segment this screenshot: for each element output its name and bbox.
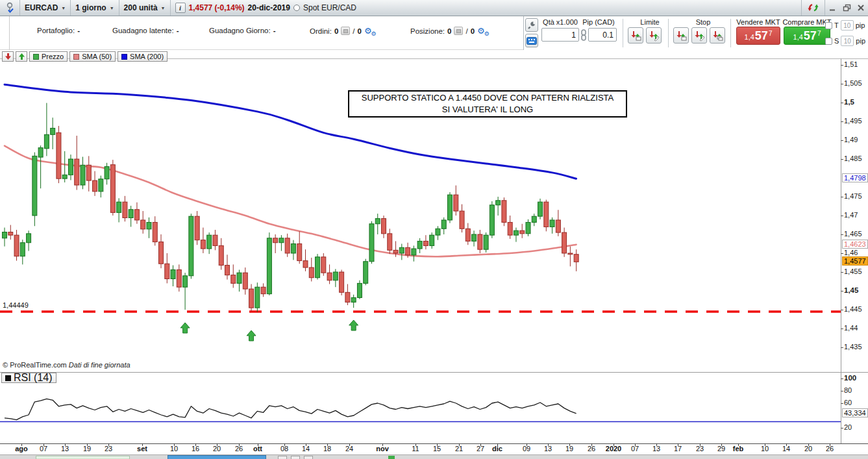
candle-body xyxy=(472,234,477,241)
price-tick-label: 1,435 xyxy=(844,343,862,351)
strip-icon[interactable] xyxy=(291,456,300,459)
trailing-checkbox[interactable] xyxy=(825,22,832,29)
position-slash: / xyxy=(465,27,467,35)
timeframe-dropdown[interactable]: 1 giorno ▼ xyxy=(71,0,119,16)
legend-price[interactable]: Prezzo xyxy=(29,51,68,62)
annotation-line1: SUPPORTO STATICO A 1.4450 DOVE CON PATTE… xyxy=(362,92,614,104)
candle-body xyxy=(183,276,188,287)
legend-sma50[interactable]: SMA (50) xyxy=(69,51,116,62)
units-dropdown[interactable]: 200 unità ▼ xyxy=(119,0,171,16)
time-tick-label: nov xyxy=(376,445,389,453)
latent-gain-label: Guadagno latente: xyxy=(112,27,174,34)
add-tab-icon[interactable] xyxy=(388,456,395,459)
order-settings-button[interactable] xyxy=(525,18,538,32)
stop-order-button-3[interactable] xyxy=(710,27,725,43)
symbol-dropdown[interactable]: EURCAD ▼ xyxy=(20,0,71,16)
orders-list-button[interactable] xyxy=(341,27,350,35)
stop-order-icon xyxy=(675,30,687,42)
candle-body xyxy=(249,289,254,308)
candle-body xyxy=(153,222,157,242)
price-tick-label: 1,505 xyxy=(844,79,862,87)
buy-price-small: 1,4 xyxy=(793,33,803,41)
candle-body xyxy=(189,216,193,276)
pin-button[interactable] xyxy=(0,0,20,16)
trailing-stop-row: T 10 pip xyxy=(825,20,865,31)
refresh-button[interactable] xyxy=(801,0,825,16)
time-tick-label: 10 xyxy=(761,445,769,453)
sell-price-small: 1,4 xyxy=(745,33,754,41)
stoploss-letter: S xyxy=(834,37,839,45)
stoploss-checkbox[interactable] xyxy=(825,38,832,45)
trailing-pips-input[interactable]: 10 xyxy=(841,20,854,31)
candle-body xyxy=(32,156,37,216)
time-tick-label: 26 xyxy=(588,445,595,453)
candle-body xyxy=(478,234,482,249)
pip-input[interactable]: 0.1 xyxy=(588,28,617,42)
sell-limit-order-button[interactable] xyxy=(646,27,662,43)
workspace-tab[interactable] xyxy=(36,456,130,459)
candle-body xyxy=(574,254,578,262)
rsi-tick-label: 60 xyxy=(844,399,852,406)
candle-body xyxy=(171,270,175,279)
keyboard-icon xyxy=(527,37,537,45)
sell-shortcut-button[interactable] xyxy=(2,51,14,62)
minimize-icon xyxy=(828,4,836,12)
orders-count: 0 xyxy=(334,27,338,35)
strip-icon[interactable] xyxy=(304,456,313,459)
candle-body xyxy=(267,238,271,294)
day-gain-field: Guadagno Giorno: - xyxy=(209,27,275,34)
buy-limit-order-button[interactable] xyxy=(628,27,643,43)
time-axis: ago07131923set10162026ott08141824nov1115… xyxy=(0,444,868,454)
chart-legend: Prezzo SMA (50) SMA (200) xyxy=(2,51,167,62)
stop-order-edit-icon xyxy=(693,30,705,42)
candle-body xyxy=(134,210,139,220)
pane-divider xyxy=(9,16,10,50)
rsi-line xyxy=(5,399,577,419)
orders-settings-gear-icon[interactable]: ⚙⚙ xyxy=(364,27,372,35)
candle-body xyxy=(526,222,530,233)
candle-body xyxy=(441,220,446,229)
candle-body xyxy=(123,202,127,217)
candle-body xyxy=(291,244,295,254)
stop-order-button-1[interactable] xyxy=(673,27,689,43)
candle-body xyxy=(207,235,212,249)
time-tick-label: 15 xyxy=(433,445,441,453)
time-tick-label: ago xyxy=(15,445,28,453)
buy-market-button[interactable]: 1,4577 xyxy=(784,27,830,45)
bottom-tab-strip xyxy=(0,454,868,459)
legend-sma200[interactable]: SMA (200) xyxy=(118,51,167,62)
orders-count2: 0 xyxy=(357,27,361,35)
candle-body xyxy=(237,273,242,283)
stoploss-pips-input[interactable]: 10 xyxy=(841,36,854,46)
restore-icon xyxy=(843,4,851,12)
qty-input[interactable]: 1 xyxy=(541,28,579,42)
candle-body xyxy=(351,297,356,302)
sell-mkt-label: Vendere MKT xyxy=(736,18,781,26)
buy-shortcut-button[interactable] xyxy=(16,51,27,62)
candles xyxy=(3,103,579,312)
keyboard-order-button[interactable] xyxy=(525,34,538,47)
candle-body xyxy=(490,205,494,235)
minimize-button[interactable] xyxy=(825,0,839,16)
restore-button[interactable] xyxy=(839,0,854,16)
orders-slash: / xyxy=(353,27,354,35)
sell-price-sup: 7 xyxy=(769,30,773,37)
info-button[interactable]: i xyxy=(175,3,186,13)
strip-icon[interactable] xyxy=(278,456,287,459)
candle-body xyxy=(279,238,284,243)
candle-body xyxy=(62,175,67,179)
candle-body xyxy=(110,165,115,213)
trailing-unit: pip xyxy=(856,21,865,29)
sell-market-button[interactable]: 1,4577 xyxy=(736,27,780,45)
rsi-legend[interactable]: RSI (14) xyxy=(1,373,56,383)
feed-radio[interactable] xyxy=(293,5,300,11)
active-workspace-tab[interactable] xyxy=(167,455,266,459)
rsi-tick-label: 100 xyxy=(844,374,856,382)
stop-order-button-2[interactable] xyxy=(691,27,707,43)
timeframe-label: 1 giorno xyxy=(75,3,106,12)
position-list-button[interactable] xyxy=(454,27,463,35)
price-tick-label: 1,46 xyxy=(844,249,858,256)
pin-icon xyxy=(5,2,15,14)
position-settings-gear-icon[interactable]: ⚙⚙ xyxy=(477,27,485,35)
close-button[interactable] xyxy=(854,0,868,16)
